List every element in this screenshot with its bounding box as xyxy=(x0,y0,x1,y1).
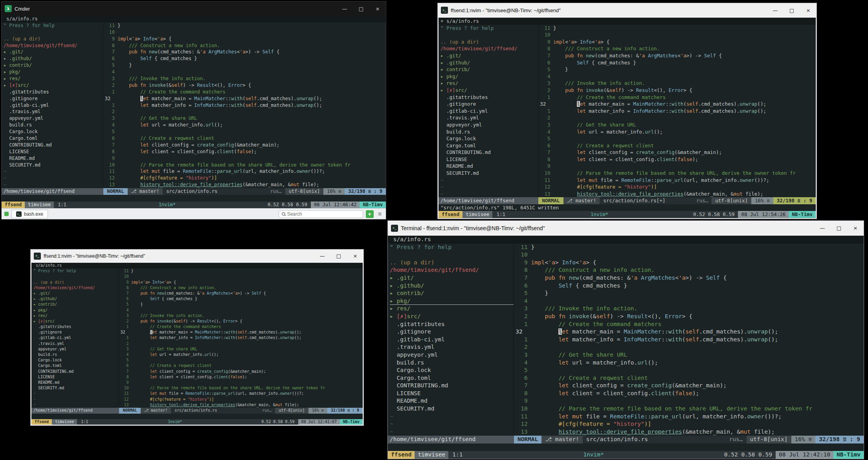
tree-item-file[interactable]: README.md xyxy=(4,155,103,162)
code-line[interactable]: 8 let client = client_config.client(fals… xyxy=(103,148,386,155)
tree-item-dir[interactable]: ▸ res/ xyxy=(4,75,103,82)
code-line[interactable]: 4 let url = matcher_info.url(); xyxy=(538,128,816,136)
tree-item-file[interactable]: .gitignore xyxy=(440,101,538,108)
tree-item-file[interactable]: README.md xyxy=(33,380,119,385)
tree-item-file[interactable]: .gitlab-ci.yml xyxy=(390,336,514,344)
code-line[interactable]: 9impl<'a> Info<'a> { xyxy=(514,259,864,267)
tree-item-dir[interactable]: ▸ .github/ xyxy=(4,55,103,62)
code-line[interactable]: 8 let client = client_config.client(fals… xyxy=(119,374,363,380)
tree-item-file[interactable]: LICENSE xyxy=(390,390,514,398)
code-line[interactable]: 13 history_tool::derive_file_properties(… xyxy=(514,428,864,436)
code-line[interactable]: 11 let mut file = RemoteFile::parse_url(… xyxy=(103,168,386,175)
code-line[interactable]: 2 pub fn invoke(&self) -> Result<(), Err… xyxy=(119,319,363,324)
titlebar[interactable]: >_ffsend:1:nvim - "timvisee@NB-Timv: ~/g… xyxy=(31,249,363,263)
code-line[interactable]: 12 #[cfg(feature = "history")] xyxy=(119,397,363,402)
tab-bash-exe[interactable]: >_bash.exe xyxy=(11,210,48,218)
close-button[interactable]: × xyxy=(847,221,864,235)
code-line[interactable]: 4 xyxy=(119,308,363,313)
code-line[interactable]: 11} xyxy=(514,244,864,251)
close-button[interactable]: × xyxy=(800,3,817,17)
tree-item-file[interactable]: .gitignore xyxy=(390,328,514,336)
code-line[interactable]: 1 let matcher_info = InfoMatcher::with(s… xyxy=(538,108,816,115)
code-line[interactable]: 7 pub fn new(cmd_matches: &'a ArgMatches… xyxy=(103,49,386,55)
code-line[interactable]: 9 xyxy=(514,397,864,405)
code-line[interactable]: 8 /// Construct a new info action. xyxy=(538,45,816,52)
code-line[interactable]: 6 Self { cmd_matches } xyxy=(538,59,816,66)
code-line[interactable]: 1 // Create the command matchers xyxy=(103,89,386,95)
code-line[interactable]: 2 pub fn invoke(&self) -> Result<(), Err… xyxy=(103,82,386,89)
tree-item-dir[interactable]: ▸ .git/ xyxy=(33,291,119,296)
tree-item-dir[interactable]: ▸ .github/ xyxy=(440,59,538,66)
tree-item-file[interactable]: .gitlab-ci.yml xyxy=(4,102,103,109)
code-line[interactable]: 6 Self { cmd_matches } xyxy=(514,282,864,290)
maximize-button[interactable]: □ xyxy=(831,221,847,235)
tree-item-file[interactable]: SECURITY.md xyxy=(4,162,103,169)
tree-item-dir[interactable]: ▸ .github/ xyxy=(390,282,514,290)
code-line[interactable]: 6 // Create a reqwest client xyxy=(103,135,386,142)
tree-item-dir[interactable]: ▸ res/ xyxy=(440,80,538,87)
code-line[interactable]: 2 pub fn invoke(&self) -> Result<(), Err… xyxy=(538,87,816,94)
code-line[interactable]: 1 // Create the command matchers xyxy=(538,94,816,101)
tree-item-file[interactable]: CONTRIBUTING.md xyxy=(4,142,103,148)
code-line[interactable]: 1 // Create the command matchers xyxy=(119,324,363,330)
code-line[interactable]: 9 xyxy=(119,380,363,385)
code-line[interactable]: 7 let client_config = create_config(&mat… xyxy=(514,382,864,390)
terminal[interactable]: s/a/info.rs" Press ? for help.. (up a di… xyxy=(31,263,363,425)
tree-item-file[interactable]: LICENSE xyxy=(33,374,119,380)
terminal[interactable]: s/a/info.rs" Press ? for help.. (up a di… xyxy=(2,16,386,208)
code-line[interactable]: 12 #[cfg(feature = "history")] xyxy=(538,183,816,191)
tree-item-dir[interactable]: ▸ contrib/ xyxy=(33,302,119,307)
tree-item-file[interactable]: Cargo.toml xyxy=(390,374,514,382)
tree-item-dir[interactable]: ▸ res/ xyxy=(390,305,514,313)
tree-item-updir[interactable]: .. (up a dir) xyxy=(440,38,538,46)
code-line[interactable]: 6 Self { cmd_matches } xyxy=(119,296,363,302)
tree-item-file[interactable]: README.md xyxy=(390,397,514,405)
minimize-button[interactable]: — xyxy=(314,249,330,262)
tree-item-file[interactable]: appveyor.yml xyxy=(390,351,514,359)
maximize-button[interactable]: □ xyxy=(353,2,369,16)
code-line[interactable]: 5 } xyxy=(119,302,363,307)
tree-item-file[interactable]: .gitignore xyxy=(33,330,119,335)
tree-item-updir[interactable]: .. (up a dir) xyxy=(4,36,103,42)
tree-item-file[interactable]: Cargo.lock xyxy=(440,135,538,142)
tree-item-file[interactable]: Cargo.lock xyxy=(390,367,514,374)
code-line[interactable]: 9impl<'a> Info<'a> { xyxy=(119,280,363,285)
code-line[interactable]: 13 history_tool::derive_file_properties(… xyxy=(538,191,816,197)
tree-item-file[interactable]: .gitlab-ci.yml xyxy=(33,335,119,341)
code-line[interactable]: 5 xyxy=(103,128,386,135)
code-line[interactable]: 3 // Get the share URL xyxy=(514,351,864,359)
tree-item-file[interactable]: Cargo.toml xyxy=(440,142,538,149)
tree-item-dir[interactable]: ▸ .git/ xyxy=(4,49,103,55)
code-line[interactable]: 7 let client_config = create_config(&mat… xyxy=(538,149,816,156)
code-line[interactable]: 3 // Get the share URL xyxy=(103,115,386,122)
tree-item-dir[interactable]: ▸ res/ xyxy=(33,313,119,319)
tree-item-file[interactable]: .travis.yml xyxy=(33,341,119,346)
tree-item-dir[interactable]: ▸ pkg/ xyxy=(440,73,538,80)
tree-item-file[interactable]: appveyor.yml xyxy=(4,115,103,122)
code-line[interactable]: 2 xyxy=(514,343,864,351)
tree-item-file[interactable]: .travis.yml xyxy=(4,108,103,115)
minimize-button[interactable]: — xyxy=(814,221,831,235)
code-line[interactable]: 3 /// Invoke the info action. xyxy=(119,313,363,319)
titlebar[interactable]: >_ffsend:1:nvim - "timvisee@NB-Timv: ~/g… xyxy=(438,3,817,18)
code-line[interactable]: 11} xyxy=(119,268,363,274)
minimize-button[interactable]: — xyxy=(336,2,353,16)
code-line[interactable]: 1 let matcher_info = InfoMatcher::with(s… xyxy=(119,335,363,341)
code-line[interactable]: 13 history_tool::derive_file_properties(… xyxy=(119,402,363,408)
code-line[interactable]: 4 xyxy=(538,73,816,80)
minimize-button[interactable]: — xyxy=(767,3,784,17)
tree-item-file[interactable]: build.rs xyxy=(390,359,514,367)
tree-item-dir[interactable]: ▸ .git/ xyxy=(440,52,538,59)
tree-item-dir[interactable]: ▸ .github/ xyxy=(33,296,119,302)
code-line[interactable]: 11 let mut file = RemoteFile::parse_url(… xyxy=(514,413,864,421)
code-line[interactable]: 4 xyxy=(514,297,864,305)
tree-item-file[interactable]: appveyor.yml xyxy=(440,121,538,128)
code-line[interactable]: 5 } xyxy=(514,290,864,297)
tree-item-file[interactable]: Cargo.toml xyxy=(4,135,103,142)
code-line[interactable]: 7 pub fn new(cmd_matches: &'a ArgMatches… xyxy=(538,52,816,59)
code-line[interactable]: 4 let url = matcher_info.url(); xyxy=(119,352,363,357)
close-button[interactable]: × xyxy=(369,2,386,16)
tree-item-file[interactable]: .gitattributes xyxy=(390,321,514,328)
code-line[interactable]: 8 /// Construct a new info action. xyxy=(103,42,386,49)
code-line[interactable]: 10 // Parse the remote file based on the… xyxy=(119,385,363,391)
